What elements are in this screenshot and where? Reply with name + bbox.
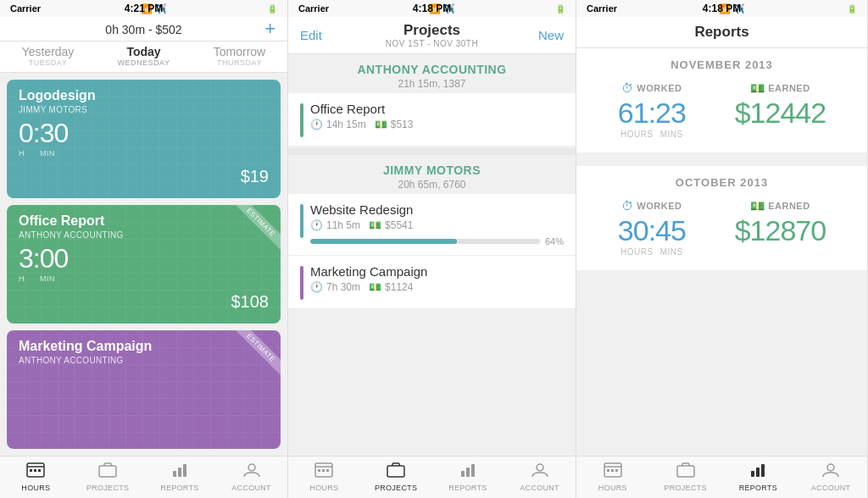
nav-hours-label-2: HOURS bbox=[309, 484, 338, 492]
add-button[interactable]: + bbox=[264, 18, 275, 40]
projects-icon-1 bbox=[98, 462, 117, 482]
mins-sub-0: MINS bbox=[660, 130, 683, 139]
nav-projects-2[interactable]: PROJECTS bbox=[360, 456, 432, 498]
projects-list: ANTHONY ACCOUNTING 21h 15m, 1387 Office … bbox=[288, 54, 576, 456]
projects-panel: Carrier 📶 ✈️ 4:18 PM 🔋 Edit Projects NOV… bbox=[288, 0, 576, 498]
report-november: NOVEMBER 2013 ⏱ WORKED 61:23 HOURS MINS … bbox=[576, 48, 867, 152]
min-label-1: MIN bbox=[40, 274, 55, 283]
nav-projects-label-2: PROJECTS bbox=[375, 484, 417, 492]
svg-rect-27 bbox=[756, 468, 760, 477]
nav-account-2[interactable]: ACCOUNT bbox=[504, 456, 576, 498]
project-price-1: $5541 bbox=[385, 219, 413, 231]
card-office-report[interactable]: ESTIMATE Office Report ANTHONY ACCOUNTIN… bbox=[7, 205, 281, 324]
svg-rect-28 bbox=[761, 464, 765, 477]
svg-rect-5 bbox=[99, 466, 116, 477]
report-october: OCTOBER 2013 ⏱ WORKED 30:45 HOURS MINS 💵 bbox=[576, 166, 867, 270]
nav-reports-2[interactable]: REPORTS bbox=[432, 456, 504, 498]
account-icon-2 bbox=[531, 462, 549, 482]
nav-projects-1[interactable]: PROJECTS bbox=[72, 456, 144, 498]
client-stats-0: 21h 15m, 1387 bbox=[288, 78, 576, 90]
report-divider bbox=[576, 159, 867, 166]
bottom-nav-2: HOURS PROJECTS REPORTS bbox=[288, 456, 576, 498]
nav-hours-label-1: HOURS bbox=[21, 484, 50, 492]
time-3: 4:18 PM bbox=[703, 3, 741, 14]
hour-label-0: H bbox=[19, 149, 25, 158]
card-title-0: Logodesign bbox=[19, 88, 269, 103]
svg-rect-6 bbox=[173, 471, 176, 477]
nav-account-3[interactable]: ACCOUNT bbox=[794, 456, 867, 498]
project-time-1: 11h 5m bbox=[326, 219, 360, 231]
day-yesterday[interactable]: Yesterday TUESDAY bbox=[0, 45, 96, 67]
money-icon-1: 💵 bbox=[369, 219, 381, 231]
bottom-nav-1: HOURS PROJECTS REPORTS bbox=[0, 456, 287, 498]
nav-account-label-2: ACCOUNT bbox=[520, 484, 559, 492]
nav-hours-3[interactable]: HOURS bbox=[576, 456, 649, 498]
worked-label-1: WORKED bbox=[637, 201, 682, 211]
nav-hours-2[interactable]: HOURS bbox=[288, 456, 360, 498]
project-meta-1: 🕐 11h 5m 💵 $5541 bbox=[310, 219, 564, 231]
project-time-0: 14h 15m bbox=[326, 119, 366, 130]
worked-label-row-1: ⏱ WORKED bbox=[618, 199, 686, 213]
day-today-sub: WEDNESDAY bbox=[96, 58, 192, 67]
report-month-1: OCTOBER 2013 bbox=[593, 176, 850, 189]
new-button[interactable]: New bbox=[538, 28, 564, 42]
worked-value-0: 61:23 bbox=[618, 98, 686, 127]
day-today[interactable]: Today WEDNESDAY bbox=[96, 45, 192, 67]
nav-hours-1[interactable]: HOURS bbox=[0, 456, 72, 498]
client-name-1: JIMMY MOTORS bbox=[288, 163, 576, 177]
card-title-1: Office Report bbox=[19, 213, 269, 229]
clock-icon-0: 🕐 bbox=[310, 119, 323, 130]
day-tomorrow[interactable]: Tomorrow THURSDAY bbox=[192, 45, 287, 67]
projects-icon-3 bbox=[676, 462, 695, 482]
hour-label-1: H bbox=[19, 274, 25, 283]
hours-sub-1: HOURS bbox=[620, 247, 654, 257]
card-time-labels-0: H MIN bbox=[19, 149, 269, 158]
card-subtitle-2: ANTHONY ACCOUNTING bbox=[19, 356, 269, 365]
report-stats-0: ⏱ WORKED 61:23 HOURS MINS 💵 EARNED $1244… bbox=[593, 81, 850, 139]
nav-reports-3[interactable]: REPORTS bbox=[722, 456, 795, 498]
nav-projects-3[interactable]: PROJECTS bbox=[649, 456, 722, 498]
time-2: 4:18 PM bbox=[413, 3, 451, 14]
project-price-2: $1124 bbox=[385, 281, 413, 293]
money-icon-2: 💵 bbox=[369, 281, 381, 293]
svg-rect-17 bbox=[466, 468, 470, 477]
bottom-nav-3: HOURS PROJECTS REPORTS bbox=[576, 456, 867, 498]
project-meta-0: 🕐 14h 15m 💵 $513 bbox=[310, 119, 564, 130]
edit-button[interactable]: Edit bbox=[300, 28, 322, 42]
carrier-2: Carrier bbox=[298, 3, 329, 14]
hours-icon-2 bbox=[314, 462, 333, 482]
project-name-1: Website Redesign bbox=[310, 202, 564, 217]
worked-sub-1: HOURS MINS bbox=[618, 247, 686, 257]
earned-label-0: EARNED bbox=[768, 83, 810, 93]
project-meta-2: 🕐 7h 30m 💵 $1124 bbox=[310, 281, 564, 293]
card-title-2: Marketing Campaign bbox=[19, 339, 269, 354]
svg-rect-2 bbox=[30, 469, 32, 472]
project-price-0: $513 bbox=[391, 119, 414, 130]
nav-account-1[interactable]: ACCOUNT bbox=[215, 456, 287, 498]
earned-value-0: $12442 bbox=[735, 98, 826, 127]
card-marketing[interactable]: ESTIMATE Marketing Campaign ANTHONY ACCO… bbox=[7, 330, 281, 449]
earned-label-row-1: 💵 EARNED bbox=[735, 199, 826, 213]
card-logodesign[interactable]: Logodesign JIMMY MOTORS 0:30 H MIN $19 bbox=[7, 80, 281, 198]
project-info-2: Marketing Campaign 🕐 7h 30m 💵 $1124 bbox=[310, 264, 564, 293]
nav-reports-1[interactable]: REPORTS bbox=[144, 456, 216, 498]
project-office-report[interactable]: Office Report 🕐 14h 15m 💵 $513 bbox=[288, 93, 576, 147]
project-marketing-campaign[interactable]: Marketing Campaign 🕐 7h 30m 💵 $1124 bbox=[288, 256, 576, 309]
project-bar-0 bbox=[300, 103, 303, 137]
money-icon-oct: 💵 bbox=[750, 199, 765, 213]
clock-icon-2: 🕐 bbox=[310, 281, 323, 293]
svg-rect-25 bbox=[677, 466, 694, 477]
projects-title: Projects bbox=[386, 22, 478, 39]
svg-point-29 bbox=[827, 464, 834, 471]
nav-reports-label-3: REPORTS bbox=[739, 484, 777, 492]
project-website-redesign[interactable]: Website Redesign 🕐 11h 5m 💵 $5541 64% bbox=[288, 194, 576, 256]
project-bar-1 bbox=[300, 204, 303, 238]
card-time-labels-1: H MIN bbox=[19, 274, 269, 283]
card-price-1: $108 bbox=[231, 292, 270, 312]
status-bar-2: Carrier 📶 ✈️ 4:18 PM 🔋 bbox=[288, 0, 576, 17]
svg-rect-3 bbox=[34, 469, 36, 472]
progress-bg-1 bbox=[310, 239, 540, 244]
project-time-2: 7h 30m bbox=[326, 281, 360, 293]
svg-rect-15 bbox=[387, 466, 404, 477]
p1-header: 0h 30m - $502 + bbox=[0, 17, 287, 42]
